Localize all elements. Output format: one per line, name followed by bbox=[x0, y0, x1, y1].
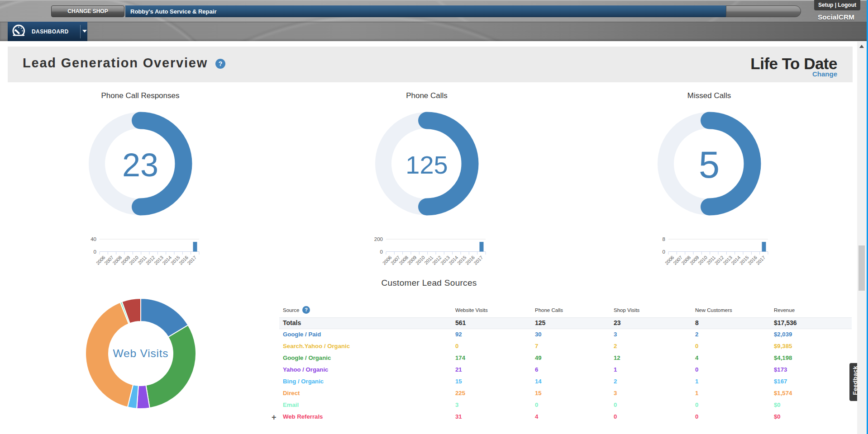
svg-text:2017: 2017 bbox=[186, 255, 197, 266]
svg-text:40: 40 bbox=[91, 236, 96, 242]
svg-text:0: 0 bbox=[663, 249, 665, 255]
svg-text:8: 8 bbox=[663, 236, 665, 242]
svg-text:0: 0 bbox=[94, 249, 96, 255]
svg-text:200: 200 bbox=[374, 236, 383, 242]
svg-text:0: 0 bbox=[380, 249, 383, 255]
svg-text:2017: 2017 bbox=[755, 255, 766, 266]
svg-text:2017: 2017 bbox=[472, 255, 484, 266]
